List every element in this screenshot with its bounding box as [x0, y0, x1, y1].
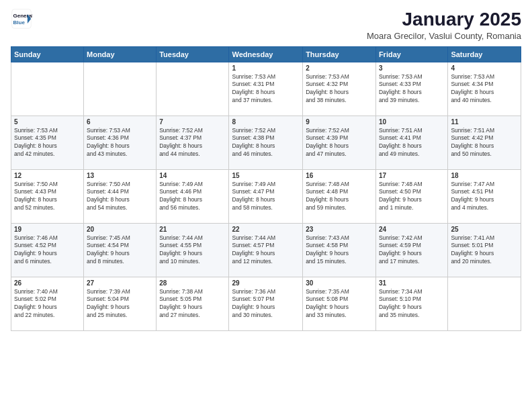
day-number: 10 — [379, 118, 445, 126]
day-info: Daylight: 8 hours — [379, 142, 445, 150]
day-info: Daylight: 9 hours — [159, 304, 226, 312]
day-info: Sunrise: 7:53 AM — [306, 73, 373, 81]
day-info: Daylight: 8 hours — [159, 142, 226, 150]
day-number: 26 — [14, 279, 81, 287]
day-info: Daylight: 9 hours — [232, 250, 300, 258]
day-info: and 47 minutes. — [306, 150, 373, 158]
table-row: 1Sunrise: 7:53 AMSunset: 4:31 PMDaylight… — [229, 62, 303, 116]
day-info: Sunrise: 7:39 AM — [87, 288, 153, 296]
table-row — [157, 62, 229, 116]
day-info: Daylight: 9 hours — [451, 250, 518, 258]
table-row: 5Sunrise: 7:53 AMSunset: 4:35 PMDaylight… — [11, 116, 84, 169]
day-info: Daylight: 8 hours — [306, 89, 373, 97]
day-number: 28 — [159, 279, 226, 287]
day-info: and 52 minutes. — [14, 204, 81, 212]
day-info: Sunset: 5:10 PM — [379, 295, 445, 304]
day-info: Sunset: 4:50 PM — [379, 188, 445, 196]
day-info: Sunset: 4:41 PM — [379, 134, 445, 142]
day-info: and 50 minutes. — [451, 150, 518, 158]
day-info: and 54 minutes. — [87, 204, 153, 212]
day-info: and 15 minutes. — [306, 258, 373, 266]
col-wednesday: Wednesday — [229, 46, 303, 62]
day-info: Sunset: 4:33 PM — [379, 81, 445, 89]
day-info: and 1 minute. — [379, 204, 445, 212]
day-info: Sunset: 4:48 PM — [306, 188, 373, 196]
day-number: 21 — [159, 226, 226, 233]
day-info: and 43 minutes. — [87, 150, 153, 158]
day-info: and 42 minutes. — [14, 150, 81, 158]
day-info: Sunrise: 7:48 AM — [306, 181, 373, 189]
day-info: Sunrise: 7:42 AM — [379, 234, 445, 242]
day-number: 4 — [451, 64, 518, 72]
day-info: Sunrise: 7:36 AM — [232, 288, 300, 296]
day-info: and 10 minutes. — [159, 258, 226, 266]
page-header: General Blue January 2025 Moara Grecilor… — [11, 8, 521, 41]
day-number: 18 — [451, 172, 518, 179]
day-info: Sunset: 4:57 PM — [232, 242, 300, 250]
day-info: Sunrise: 7:44 AM — [232, 234, 300, 242]
table-row: 10Sunrise: 7:51 AMSunset: 4:41 PMDayligh… — [375, 116, 447, 169]
table-row: 7Sunrise: 7:52 AMSunset: 4:37 PMDaylight… — [157, 116, 229, 169]
day-info: and 44 minutes. — [159, 150, 226, 158]
table-row — [84, 62, 157, 116]
svg-text:Blue: Blue — [13, 19, 26, 26]
day-number: 16 — [306, 172, 373, 179]
day-info: Sunset: 4:42 PM — [451, 134, 518, 142]
day-info: and 30 minutes. — [232, 312, 300, 320]
day-info: and 22 minutes. — [14, 312, 81, 320]
day-number: 22 — [232, 226, 300, 233]
day-info: Daylight: 9 hours — [159, 250, 226, 258]
day-number: 24 — [379, 226, 445, 233]
day-number: 17 — [379, 172, 445, 179]
table-row: 8Sunrise: 7:52 AMSunset: 4:38 PMDaylight… — [229, 116, 303, 169]
day-info: Daylight: 8 hours — [451, 142, 518, 150]
day-number: 27 — [87, 279, 153, 287]
day-info: Sunrise: 7:35 AM — [306, 288, 373, 296]
day-info: Daylight: 8 hours — [306, 142, 373, 150]
table-row: 9Sunrise: 7:52 AMSunset: 4:39 PMDaylight… — [303, 116, 376, 169]
day-info: Sunrise: 7:53 AM — [87, 127, 153, 135]
day-info: Sunset: 4:58 PM — [306, 242, 373, 250]
day-info: Daylight: 9 hours — [14, 250, 81, 258]
table-row: 12Sunrise: 7:50 AMSunset: 4:43 PMDayligh… — [11, 169, 84, 223]
day-info: Sunrise: 7:38 AM — [159, 288, 226, 296]
day-info: Sunrise: 7:45 AM — [87, 234, 153, 242]
table-row: 6Sunrise: 7:53 AMSunset: 4:36 PMDaylight… — [84, 116, 157, 169]
day-info: Sunrise: 7:53 AM — [232, 73, 300, 81]
day-info: Sunset: 4:51 PM — [451, 188, 518, 196]
day-info: Daylight: 8 hours — [14, 142, 81, 150]
calendar-table: Sunday Monday Tuesday Wednesday Thursday… — [11, 46, 521, 331]
table-row: 23Sunrise: 7:43 AMSunset: 4:58 PMDayligh… — [303, 223, 376, 277]
day-info: Sunrise: 7:48 AM — [379, 181, 445, 189]
day-number: 7 — [159, 118, 226, 126]
day-number: 29 — [232, 279, 300, 287]
day-info: Daylight: 8 hours — [451, 89, 518, 97]
day-info: Daylight: 9 hours — [306, 304, 373, 312]
table-row: 27Sunrise: 7:39 AMSunset: 5:04 PMDayligh… — [84, 277, 157, 330]
day-info: Sunset: 5:08 PM — [306, 295, 373, 304]
col-monday: Monday — [84, 46, 157, 62]
title-block: January 2025 Moara Grecilor, Vaslui Coun… — [367, 8, 521, 41]
day-info: Sunset: 4:31 PM — [232, 81, 300, 89]
table-row: 16Sunrise: 7:48 AMSunset: 4:48 PMDayligh… — [303, 169, 376, 223]
day-info: Sunset: 4:32 PM — [306, 81, 373, 89]
day-info: Sunset: 4:52 PM — [14, 242, 81, 250]
table-row: 18Sunrise: 7:47 AMSunset: 4:51 PMDayligh… — [448, 169, 521, 223]
day-info: and 25 minutes. — [87, 312, 153, 320]
day-info: Daylight: 8 hours — [232, 196, 300, 204]
day-info: Daylight: 9 hours — [379, 196, 445, 204]
day-info: and 20 minutes. — [451, 258, 518, 266]
table-row — [448, 277, 521, 330]
page-title: January 2025 — [367, 8, 521, 31]
day-info: Sunrise: 7:49 AM — [232, 181, 300, 189]
day-info: Daylight: 8 hours — [232, 142, 300, 150]
table-row: 31Sunrise: 7:34 AMSunset: 5:10 PMDayligh… — [375, 277, 447, 330]
day-info: Sunrise: 7:53 AM — [14, 127, 81, 135]
day-info: Daylight: 9 hours — [306, 250, 373, 258]
table-row: 30Sunrise: 7:35 AMSunset: 5:08 PMDayligh… — [303, 277, 376, 330]
table-row: 20Sunrise: 7:45 AMSunset: 4:54 PMDayligh… — [84, 223, 157, 277]
day-info: and 38 minutes. — [306, 97, 373, 105]
calendar-page: General Blue January 2025 Moara Grecilor… — [0, 0, 532, 411]
day-info: Sunrise: 7:53 AM — [379, 73, 445, 81]
table-row: 25Sunrise: 7:41 AMSunset: 5:01 PMDayligh… — [448, 223, 521, 277]
